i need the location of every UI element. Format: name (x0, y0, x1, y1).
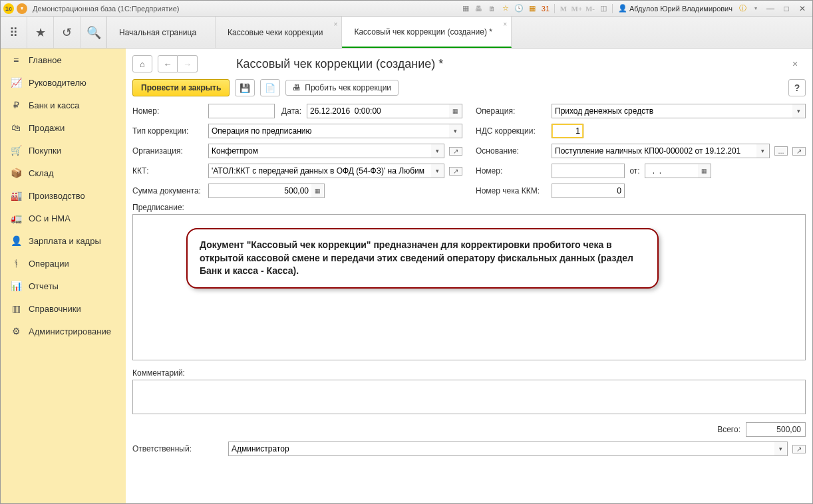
base-select[interactable] (552, 144, 756, 158)
dropdown-icon[interactable]: ▾ (449, 124, 462, 138)
sidebar-label: Отчеты (29, 281, 59, 291)
calendar-icon[interactable]: 31 (540, 3, 552, 15)
sidebar-item-reference[interactable]: ▥Справочники (1, 297, 126, 320)
main-toolbar: ⠿ ★ ↺ 🔍 Начальная страница Кассовые чеки… (1, 17, 812, 49)
kkm-number-input[interactable] (552, 184, 625, 198)
sum-input[interactable] (208, 184, 311, 198)
responsible-select[interactable] (228, 441, 774, 456)
print-check-button[interactable]: 🖶Пробить чек коррекции (285, 80, 399, 96)
date-picker-icon[interactable]: ▦ (698, 164, 711, 178)
organization-select[interactable] (208, 144, 431, 158)
base-ellipsis-button[interactable]: ... (774, 146, 788, 156)
kkt-select[interactable] (208, 164, 431, 178)
dropdown-icon[interactable]: ▾ (774, 441, 788, 456)
action-bar: Провести и закрыть 💾 📄 🖶Пробить чек корр… (126, 76, 812, 103)
form-left-column: Номер: Дата: ▦ Тип коррекции: ▾ (132, 103, 462, 199)
date-picker-icon[interactable]: ▦ (449, 104, 462, 118)
home-button[interactable]: ⌂ (132, 55, 152, 72)
open-ref-icon[interactable]: ↗ (449, 167, 462, 176)
correction-type-select[interactable] (208, 124, 449, 138)
sidebar-item-warehouse[interactable]: 📦Склад (1, 162, 126, 184)
sidebar-item-bank-cash[interactable]: ₽Банк и касса (1, 94, 126, 116)
calc-picker-icon[interactable]: ▦ (311, 184, 325, 198)
info-icon[interactable]: ⓘ (736, 3, 748, 15)
sidebar-item-admin[interactable]: ⚙Администрирование (1, 320, 126, 342)
close-window-button[interactable]: ✕ (795, 3, 810, 15)
app-menu-dropdown[interactable]: ▾ (17, 3, 27, 14)
close-icon[interactable]: × (503, 21, 507, 28)
page-close-button[interactable]: × (788, 57, 802, 70)
button-label: Пробить чек коррекции (305, 83, 391, 92)
comment-label: Комментарий: (132, 368, 806, 378)
sidebar-item-sales[interactable]: 🛍Продажи (1, 116, 126, 139)
base-number-input[interactable] (552, 164, 625, 178)
sidebar-item-executive[interactable]: 📈Руководителю (1, 71, 126, 94)
help-button[interactable]: ? (788, 79, 806, 96)
cart-icon: 🛒 (10, 145, 22, 156)
search-icon[interactable]: 🔍 (81, 17, 107, 48)
tool-icon-1[interactable]: ▦ (460, 3, 472, 15)
open-ref-icon[interactable]: ↗ (449, 147, 462, 156)
total-value: 500,00 (746, 422, 806, 437)
total-label: Всего: (717, 425, 740, 434)
close-icon[interactable]: × (334, 21, 338, 28)
sidebar-item-fixed-assets[interactable]: 🚛ОС и НМА (1, 207, 126, 229)
dropdown-icon[interactable]: ▾ (756, 144, 770, 158)
print-icon[interactable]: 🖶 (473, 3, 485, 15)
sidebar-item-production[interactable]: 🏭Производство (1, 184, 126, 207)
open-ref-icon[interactable]: ↗ (792, 147, 806, 156)
tab-label: Кассовые чеки коррекции (228, 28, 323, 37)
vat-input[interactable] (552, 124, 583, 138)
apps-grid-icon[interactable]: ⠿ (1, 17, 27, 48)
current-user[interactable]: 👤Абдулов Юрий Владимирович (615, 4, 735, 13)
star-icon[interactable]: ★ (27, 17, 54, 48)
tab-correction-checks[interactable]: Кассовые чеки коррекции× (216, 17, 342, 48)
page-header: ⌂ ← → Кассовый чек коррекции (создание) … (126, 49, 812, 76)
box-icon: 📦 (10, 168, 22, 178)
vat-label: НДС коррекции: (476, 126, 549, 136)
memory-m-icon[interactable]: M (558, 3, 569, 15)
ruble-icon: ₽ (10, 100, 22, 110)
comment-textarea[interactable] (132, 380, 806, 414)
info-dropdown-icon[interactable]: ▾ (750, 3, 762, 15)
dropdown-icon[interactable]: ▾ (792, 104, 806, 118)
maximize-button[interactable]: □ (779, 3, 794, 15)
date-input[interactable] (307, 104, 449, 118)
sidebar-label: Банк и касса (29, 100, 80, 110)
memory-plus-icon[interactable]: M+ (571, 3, 583, 15)
calc-icon[interactable]: ▦ (526, 3, 538, 15)
sidebar-item-purchases[interactable]: 🛒Покупки (1, 139, 126, 162)
operations-icon: ᚬ (10, 258, 22, 269)
save-button[interactable]: 💾 (235, 79, 255, 96)
panel-icon[interactable]: ◫ (597, 3, 609, 15)
operation-label: Операция: (476, 106, 549, 116)
doc-icon[interactable]: 🗎 (486, 3, 498, 15)
number-input[interactable] (208, 104, 275, 118)
post-button[interactable]: 📄 (260, 79, 280, 96)
titlebar-tools: ▦ 🖶 🗎 ☆ 🕓 ▦ 31 M M+ M- ◫ 👤Абдулов Юрий В… (460, 3, 810, 15)
sidebar-label: Продажи (29, 123, 65, 133)
minimize-button[interactable]: — (763, 3, 778, 15)
base-date-input[interactable] (645, 164, 698, 178)
history-nav-icon[interactable]: ↺ (54, 17, 81, 48)
books-icon: ▥ (10, 303, 22, 314)
tab-correction-check-create[interactable]: Кассовый чек коррекции (создание) *× (342, 17, 512, 48)
sidebar-item-hr[interactable]: 👤Зарплата и кадры (1, 229, 126, 252)
favorite-icon[interactable]: ☆ (500, 3, 512, 15)
prescription-section: Предписание: Документ "Кассовый чек корр… (126, 199, 812, 364)
dropdown-icon[interactable]: ▾ (431, 144, 444, 158)
back-button[interactable]: ← (158, 55, 178, 72)
sidebar-item-reports[interactable]: 📊Отчеты (1, 275, 126, 297)
sidebar-item-operations[interactable]: ᚬОперации (1, 252, 126, 275)
post-and-close-button[interactable]: Провести и закрыть (132, 79, 230, 96)
dropdown-icon[interactable]: ▾ (431, 164, 444, 178)
sidebar-label: Склад (29, 168, 54, 178)
prescription-textarea[interactable]: Документ "Кассовый чек коррекции" предна… (132, 214, 806, 360)
operation-select[interactable] (552, 104, 792, 118)
history-icon[interactable]: 🕓 (513, 3, 525, 15)
open-ref-icon[interactable]: ↗ (792, 445, 806, 453)
sidebar-item-main[interactable]: ≡Главное (1, 49, 126, 71)
forward-button[interactable]: → (178, 55, 198, 72)
memory-minus-icon[interactable]: M- (584, 3, 596, 15)
tab-start-page[interactable]: Начальная страница (107, 17, 216, 48)
